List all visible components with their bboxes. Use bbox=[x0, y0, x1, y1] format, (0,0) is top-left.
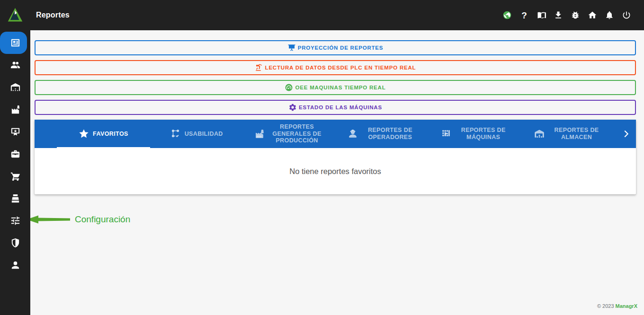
quick-button-label: LECTURA DE DATOS DESDE PLC EN TIEMPO REA… bbox=[265, 65, 416, 70]
power-icon[interactable] bbox=[621, 10, 632, 20]
logo-triangle-icon bbox=[7, 7, 24, 24]
operator-icon bbox=[348, 129, 358, 139]
sidebar bbox=[0, 30, 30, 315]
sidebar-item-certificates[interactable] bbox=[0, 121, 30, 143]
tab-favoritos[interactable]: FAVORITOS bbox=[57, 120, 150, 148]
robot-arm-icon bbox=[255, 63, 263, 72]
home-icon[interactable] bbox=[587, 10, 598, 20]
favorites-panel: No tiene reportes favoritos bbox=[35, 148, 636, 194]
badge-card-icon bbox=[10, 126, 21, 137]
sidebar-item-point-of-sale[interactable] bbox=[0, 187, 30, 210]
machine-icon bbox=[441, 129, 451, 139]
projection-screen-icon bbox=[287, 44, 296, 52]
tune-sliders-icon bbox=[10, 215, 21, 226]
factory-icon bbox=[254, 129, 265, 139]
reports-card: FAVORITOS USABILIDAD REPORTES GENERALES … bbox=[35, 120, 636, 194]
lectura-plc-button[interactable]: LECTURA DE DATOS DESDE PLC EN TIEMPO REA… bbox=[35, 60, 636, 75]
reports-tabbar: FAVORITOS USABILIDAD REPORTES GENERALES … bbox=[35, 120, 636, 148]
bug-report-icon[interactable] bbox=[570, 10, 581, 20]
oee-maquinas-button[interactable]: OEE MAQUINAS TIEMPO REAL bbox=[35, 80, 636, 95]
sidebar-item-users[interactable] bbox=[0, 54, 30, 76]
sidebar-item-production[interactable] bbox=[0, 98, 30, 121]
arrow-left-icon bbox=[26, 214, 71, 225]
shield-icon bbox=[10, 237, 21, 248]
sidebar-item-purchases[interactable] bbox=[0, 165, 30, 187]
tab-reportes-almacen[interactable]: REPORTES DE ALMACEN bbox=[523, 120, 616, 148]
person-icon bbox=[10, 260, 21, 271]
tab-reportes-operadores[interactable]: REPORTES DE OPERADORES bbox=[336, 120, 429, 148]
group-icon bbox=[10, 60, 21, 70]
tab-pagination-left bbox=[35, 120, 57, 148]
warehouse-icon bbox=[534, 129, 545, 139]
usability-route-icon bbox=[170, 129, 181, 139]
notifications-bell-icon[interactable] bbox=[604, 10, 615, 20]
topbar-actions: ? bbox=[502, 10, 644, 20]
tab-label: USABILIDAD bbox=[185, 131, 223, 138]
sidebar-item-profile[interactable] bbox=[0, 254, 30, 276]
tabs-scroll-right-button[interactable] bbox=[616, 120, 636, 148]
brand-link[interactable]: ManagrX bbox=[616, 303, 637, 309]
star-icon bbox=[79, 129, 89, 139]
page-title: Reportes bbox=[36, 11, 70, 19]
language-globe-icon[interactable] bbox=[502, 10, 512, 20]
main-content: PROYECCIÓN DE REPORTES LECTURA DE DATOS … bbox=[30, 30, 644, 315]
quick-buttons: PROYECCIÓN DE REPORTES LECTURA DE DATOS … bbox=[30, 30, 644, 115]
briefcase-icon bbox=[10, 149, 21, 159]
help-icon[interactable]: ? bbox=[519, 10, 529, 20]
sidebar-item-configuration[interactable] bbox=[0, 210, 30, 232]
quick-button-label: ESTADO DE LAS MÁQUINAS bbox=[299, 105, 382, 110]
gear-icon bbox=[288, 103, 297, 112]
chevron-right-icon bbox=[621, 129, 631, 139]
tab-label: REPORTES GENERALES DE PRODUCCIÓN bbox=[268, 123, 325, 144]
tab-label: FAVORITOS bbox=[93, 131, 128, 138]
tab-label: REPORTES DE MÁQUINAS bbox=[455, 127, 512, 141]
tab-usabilidad[interactable]: USABILIDAD bbox=[150, 120, 243, 148]
estado-maquinas-button[interactable]: ESTADO DE LAS MÁQUINAS bbox=[35, 100, 636, 115]
sidebar-item-business[interactable] bbox=[0, 143, 30, 165]
topbar: Reportes ? bbox=[0, 0, 644, 30]
quick-button-label: OEE MAQUINAS TIEMPO REAL bbox=[295, 85, 385, 90]
empty-favorites-message: No tiene reportes favoritos bbox=[289, 167, 381, 176]
tab-reportes-maquinas[interactable]: REPORTES DE MÁQUINAS bbox=[429, 120, 523, 148]
tab-label: REPORTES DE ALMACEN bbox=[548, 127, 605, 141]
report-icon bbox=[10, 37, 21, 48]
gauge-icon bbox=[285, 83, 293, 92]
warehouse-icon bbox=[10, 82, 21, 93]
configuration-annotation: Configuración bbox=[26, 214, 130, 225]
download-icon[interactable] bbox=[553, 10, 564, 20]
documentation-book-icon[interactable] bbox=[536, 10, 546, 20]
proyeccion-de-reportes-button[interactable]: PROYECCIÓN DE REPORTES bbox=[35, 40, 636, 55]
sidebar-item-warehouse[interactable] bbox=[0, 76, 30, 98]
factory-icon bbox=[10, 104, 21, 115]
sidebar-item-security[interactable] bbox=[0, 232, 30, 254]
tab-label: REPORTES DE OPERADORES bbox=[362, 127, 419, 141]
cash-register-icon bbox=[10, 193, 21, 204]
footer: © 2023ManagrX bbox=[597, 303, 637, 309]
app-logo[interactable] bbox=[0, 7, 30, 24]
shopping-cart-icon bbox=[10, 171, 21, 182]
annotation-label: Configuración bbox=[75, 214, 130, 225]
quick-button-label: PROYECCIÓN DE REPORTES bbox=[298, 45, 384, 51]
tab-reportes-generales-produccion[interactable]: REPORTES GENERALES DE PRODUCCIÓN bbox=[243, 120, 337, 148]
sidebar-item-reports[interactable] bbox=[0, 32, 30, 54]
copyright-text: © 2023 bbox=[597, 303, 614, 309]
